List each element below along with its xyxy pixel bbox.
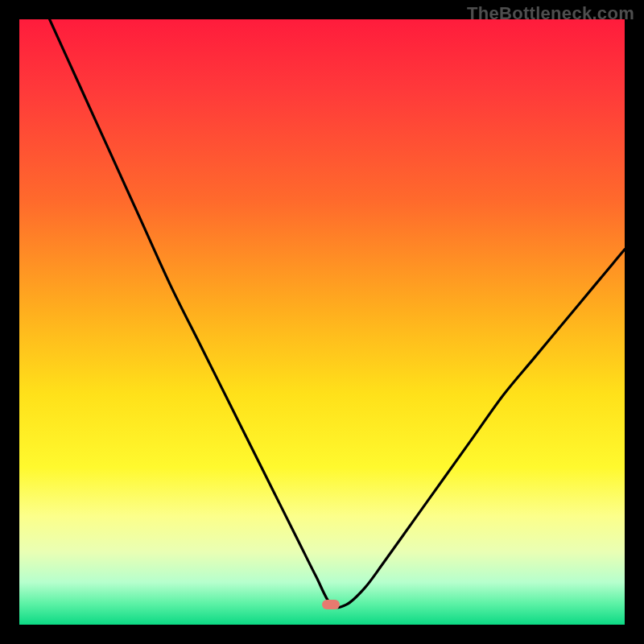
- gradient-background: [19, 19, 625, 625]
- optimal-marker: [322, 600, 340, 609]
- chart-frame: TheBottleneck.com: [0, 0, 644, 644]
- bottleneck-plot: [19, 19, 625, 625]
